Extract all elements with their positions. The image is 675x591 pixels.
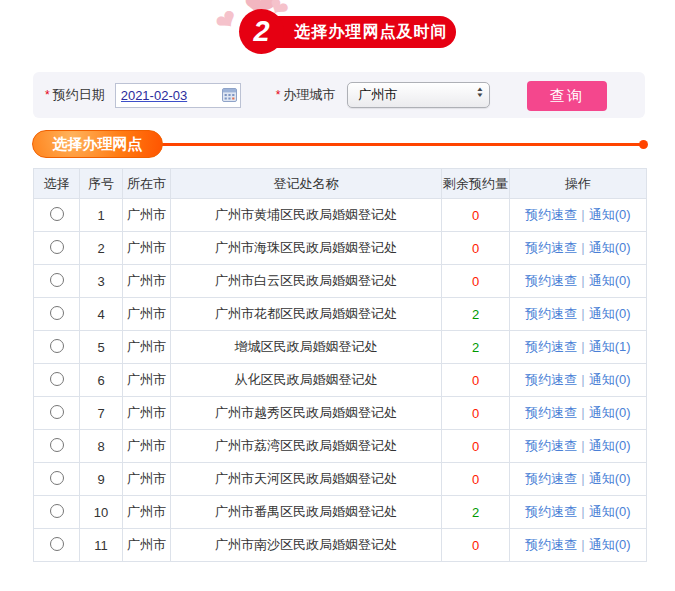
- row-registry-name: 广州市白云区民政局婚姻登记处: [171, 265, 442, 298]
- city-select[interactable]: 广州市 ▲▼: [347, 82, 490, 108]
- table-row: 9 广州市 广州市天河区民政局婚姻登记处 0 预约速查|通知(0): [34, 463, 647, 496]
- row-number-cell: 9: [80, 463, 123, 496]
- site-radio[interactable]: [50, 240, 64, 254]
- row-registry-name: 广州市越秀区民政局婚姻登记处: [171, 397, 442, 430]
- row-remaining-count: 2: [442, 298, 510, 331]
- quick-check-link[interactable]: 预约速查: [525, 438, 577, 453]
- link-separator: |: [581, 471, 584, 486]
- notification-link[interactable]: 通知(0): [589, 471, 631, 486]
- row-remaining-count: 0: [442, 265, 510, 298]
- row-registry-name: 广州市天河区民政局婚姻登记处: [171, 463, 442, 496]
- row-remaining-count: 0: [442, 430, 510, 463]
- row-actions-cell: 预约速查|通知(0): [510, 232, 647, 265]
- appointment-page: ❤ ❤ ❤ 选择办理网点及时间 2 * 预约日期: [0, 0, 675, 591]
- row-actions-cell: 预约速查|通知(0): [510, 265, 647, 298]
- quick-check-link[interactable]: 预约速查: [525, 207, 577, 222]
- row-number-cell: 1: [80, 199, 123, 232]
- row-city-cell: 广州市: [123, 199, 171, 232]
- notification-link[interactable]: 通知(0): [589, 273, 631, 288]
- row-registry-name: 增城区民政局婚姻登记处: [171, 331, 442, 364]
- notification-link[interactable]: 通知(1): [589, 339, 631, 354]
- row-city-cell: 广州市: [123, 331, 171, 364]
- site-radio[interactable]: [50, 504, 64, 518]
- table-row: 4 广州市 广州市花都区民政局婚姻登记处 2 预约速查|通知(0): [34, 298, 647, 331]
- select-stepper-icon: ▲▼: [477, 86, 483, 98]
- table-row: 7 广州市 广州市越秀区民政局婚姻登记处 0 预约速查|通知(0): [34, 397, 647, 430]
- row-remaining-count: 0: [442, 232, 510, 265]
- step-title: 选择办理网点及时间: [295, 22, 448, 43]
- quick-check-link[interactable]: 预约速查: [525, 405, 577, 420]
- site-radio[interactable]: [50, 207, 64, 221]
- quick-check-link[interactable]: 预约速查: [525, 273, 577, 288]
- row-actions-cell: 预约速查|通知(1): [510, 331, 647, 364]
- city-label: 办理城市: [283, 86, 335, 104]
- notification-link[interactable]: 通知(0): [589, 405, 631, 420]
- row-registry-name: 从化区民政局婚姻登记处: [171, 364, 442, 397]
- date-input[interactable]: [116, 85, 216, 106]
- section-title-pill: 选择办理网点: [32, 130, 163, 158]
- column-header-name: 登记处名称: [171, 169, 442, 199]
- quick-check-link[interactable]: 预约速查: [525, 339, 577, 354]
- sites-table-body: 1 广州市 广州市黄埔区民政局婚姻登记处 0 预约速查|通知(0) 2 广州市 …: [34, 199, 647, 562]
- city-field-group: * 办理城市 广州市 ▲▼: [276, 82, 491, 108]
- section-divider-dot: [639, 140, 648, 149]
- column-header-remaining: 剩余预约量: [442, 169, 510, 199]
- notification-link[interactable]: 通知(0): [589, 306, 631, 321]
- quick-check-link[interactable]: 预约速查: [525, 537, 577, 552]
- link-separator: |: [581, 240, 584, 255]
- row-number-cell: 7: [80, 397, 123, 430]
- row-remaining-count: 2: [442, 331, 510, 364]
- row-actions-cell: 预约速查|通知(0): [510, 529, 647, 562]
- notification-link[interactable]: 通知(0): [589, 240, 631, 255]
- site-radio[interactable]: [50, 372, 64, 386]
- query-button[interactable]: 查询: [527, 81, 607, 111]
- row-city-cell: 广州市: [123, 529, 171, 562]
- table-row: 10 广州市 广州市番禺区民政局婚姻登记处 2 预约速查|通知(0): [34, 496, 647, 529]
- column-header-number: 序号: [80, 169, 123, 199]
- quick-check-link[interactable]: 预约速查: [525, 504, 577, 519]
- row-city-cell: 广州市: [123, 430, 171, 463]
- site-radio[interactable]: [50, 405, 64, 419]
- section-header: 选择办理网点: [0, 130, 675, 160]
- section-title: 选择办理网点: [53, 135, 143, 154]
- quick-check-link[interactable]: 预约速查: [525, 306, 577, 321]
- site-radio[interactable]: [50, 537, 64, 551]
- date-label: 预约日期: [53, 86, 105, 104]
- link-separator: |: [581, 372, 584, 387]
- row-remaining-count: 0: [442, 397, 510, 430]
- notification-link[interactable]: 通知(0): [589, 372, 631, 387]
- row-number-cell: 4: [80, 298, 123, 331]
- step-title-pill: 选择办理网点及时间: [258, 16, 456, 48]
- date-input-box: [115, 83, 241, 108]
- site-radio[interactable]: [50, 339, 64, 353]
- quick-check-link[interactable]: 预约速查: [525, 372, 577, 387]
- row-remaining-count: 0: [442, 529, 510, 562]
- calendar-icon[interactable]: [222, 88, 237, 105]
- notification-link[interactable]: 通知(0): [589, 207, 631, 222]
- row-city-cell: 广州市: [123, 298, 171, 331]
- quick-check-link[interactable]: 预约速查: [525, 240, 577, 255]
- row-city-cell: 广州市: [123, 496, 171, 529]
- row-number-cell: 2: [80, 232, 123, 265]
- quick-check-link[interactable]: 预约速查: [525, 471, 577, 486]
- site-radio[interactable]: [50, 273, 64, 287]
- row-remaining-count: 0: [442, 364, 510, 397]
- notification-link[interactable]: 通知(0): [589, 504, 631, 519]
- section-divider-line: [158, 143, 642, 146]
- table-row: 8 广州市 广州市荔湾区民政局婚姻登记处 0 预约速查|通知(0): [34, 430, 647, 463]
- site-radio[interactable]: [50, 306, 64, 320]
- row-actions-cell: 预约速查|通知(0): [510, 397, 647, 430]
- row-number-cell: 8: [80, 430, 123, 463]
- notification-link[interactable]: 通知(0): [589, 537, 631, 552]
- site-radio[interactable]: [50, 471, 64, 485]
- row-number-cell: 5: [80, 331, 123, 364]
- link-separator: |: [581, 207, 584, 222]
- site-radio[interactable]: [50, 438, 64, 452]
- table-row: 6 广州市 从化区民政局婚姻登记处 0 预约速查|通知(0): [34, 364, 647, 397]
- row-city-cell: 广州市: [123, 232, 171, 265]
- notification-link[interactable]: 通知(0): [589, 438, 631, 453]
- query-form-bar: * 预约日期 * 办理城市: [33, 72, 645, 118]
- row-registry-name: 广州市黄埔区民政局婚姻登记处: [171, 199, 442, 232]
- row-registry-name: 广州市海珠区民政局婚姻登记处: [171, 232, 442, 265]
- table-row: 11 广州市 广州市南沙区民政局婚姻登记处 0 预约速查|通知(0): [34, 529, 647, 562]
